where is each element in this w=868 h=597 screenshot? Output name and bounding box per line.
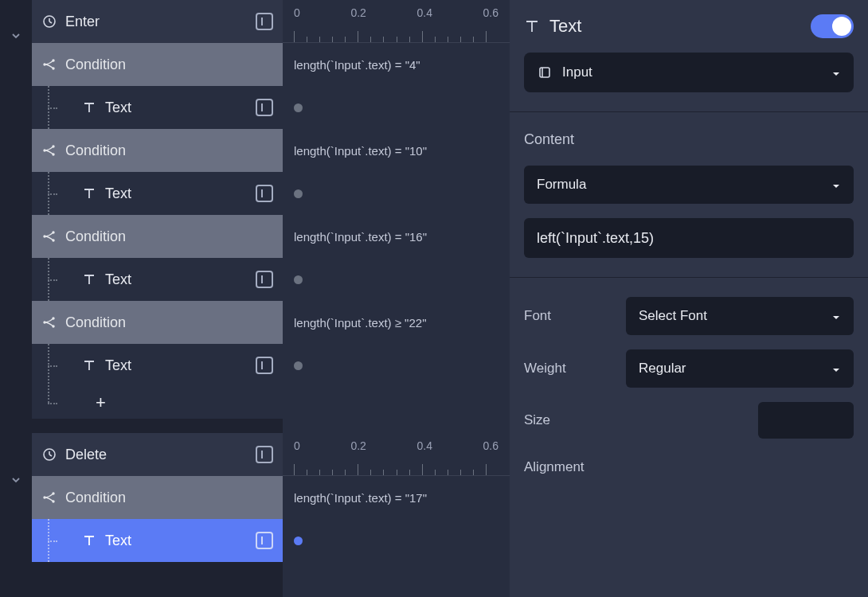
ruler-tick-label: 0.2 [350, 439, 366, 452]
tree-text-row[interactable]: Text [32, 258, 283, 301]
font-label: Font [524, 308, 612, 324]
text-icon [81, 100, 97, 115]
content-type-select[interactable]: Formula [524, 166, 854, 204]
size-input[interactable] [758, 402, 854, 439]
square-button[interactable] [256, 446, 273, 463]
timeline-formula: length(`Input`.text) = "10" [283, 129, 510, 172]
content-formula-input[interactable]: left(`Input`.text,15) [524, 218, 854, 258]
square-button[interactable] [256, 185, 273, 202]
enabled-toggle[interactable] [811, 14, 854, 38]
text-icon [524, 18, 540, 34]
target-select-label: Input [562, 64, 822, 80]
tree-text-row[interactable]: Text [32, 344, 283, 387]
branch-icon [41, 228, 57, 244]
tree-text-label: Text [105, 185, 248, 202]
tree-text-label: Text [105, 357, 248, 374]
text-icon [81, 271, 97, 287]
target-select[interactable]: Input [524, 53, 854, 92]
tree-gutter [0, 0, 32, 597]
square-button[interactable] [256, 271, 273, 288]
text-icon [81, 533, 97, 548]
keyframe-dot[interactable] [294, 275, 303, 284]
alignment-label: Alignment [524, 459, 854, 475]
timeline-ruler[interactable]: 0 0.2 0.4 0.6 [283, 0, 510, 43]
chevron-down-icon [831, 180, 841, 189]
expand-arrow-2[interactable] [0, 458, 32, 501]
tree-indent [41, 258, 73, 301]
tree-header-enter[interactable]: Enter [32, 0, 283, 43]
tree-text-row[interactable]: Text [32, 172, 283, 215]
tree-condition-row[interactable]: Condition [32, 129, 283, 172]
content-section-label: Content [524, 131, 854, 148]
branch-icon [41, 57, 57, 72]
tree-text-row[interactable]: Text [32, 86, 283, 129]
layer-icon [537, 64, 553, 80]
ruler-tick-label: 0 [294, 439, 300, 452]
chevron-down-icon [831, 311, 841, 321]
keyframe-dot[interactable] [294, 103, 303, 112]
square-button[interactable] [256, 99, 273, 116]
ruler-tick-label: 0 [294, 6, 300, 19]
tree-condition-label: Condition [65, 228, 273, 245]
branch-icon [41, 490, 57, 505]
tree-condition-label: Condition [65, 142, 273, 159]
chevron-down-icon [831, 68, 841, 77]
timeline-ruler[interactable]: 0 0.2 0.4 0.6 [283, 433, 510, 476]
font-select-value: Select Font [639, 308, 831, 324]
inspector-title: Text [549, 16, 801, 37]
tree-text-label: Text [105, 271, 248, 288]
content-formula-value: left(`Input`.text,15) [537, 230, 654, 247]
clock-icon [41, 14, 57, 29]
square-button[interactable] [256, 532, 273, 549]
square-button[interactable] [256, 357, 273, 374]
tree-condition-row[interactable]: Condition [32, 476, 283, 519]
text-icon [81, 185, 97, 201]
tree-panel: Enter Condition Text Condition Text [32, 0, 283, 597]
size-label: Size [524, 412, 612, 428]
svg-rect-21 [540, 68, 549, 77]
plus-icon: + [96, 392, 106, 413]
timeline-keyframe[interactable] [283, 519, 510, 562]
expand-arrow-1[interactable] [0, 14, 32, 57]
tree-condition-label: Condition [65, 314, 273, 331]
keyframe-dot[interactable] [294, 361, 303, 370]
ruler-tick-label: 0.6 [483, 6, 499, 19]
svg-line-2 [49, 21, 52, 23]
tree-indent [41, 344, 73, 387]
timeline-keyframe[interactable] [283, 344, 510, 387]
tree-header-delete[interactable]: Delete [32, 433, 283, 476]
weight-label: Weight [524, 361, 612, 377]
font-select[interactable]: Select Font [626, 297, 854, 335]
keyframe-dot-active[interactable] [294, 537, 303, 545]
square-button[interactable] [256, 13, 273, 30]
tree-indent [41, 387, 73, 419]
tree-condition-row[interactable]: Condition [32, 301, 283, 344]
tree-text-row-selected[interactable]: Text [32, 519, 283, 562]
content-type-label: Formula [537, 177, 831, 193]
tree-text-label: Text [105, 533, 248, 549]
tree-text-label: Text [105, 100, 248, 116]
tree-header-label: Delete [65, 447, 248, 463]
tree-condition-label: Condition [65, 57, 273, 73]
inspector-panel: Text Input Content Formula left(`Input`.… [510, 0, 868, 597]
timeline-keyframe[interactable] [283, 258, 510, 301]
timeline-formula: length(`Input`.text) = "4" [283, 43, 510, 86]
timeline-formula: length(`Input`.text) = "17" [283, 476, 510, 519]
keyframe-dot[interactable] [294, 189, 303, 198]
timeline-keyframe[interactable] [283, 86, 510, 129]
branch-icon [41, 142, 57, 158]
tree-add-row[interactable]: + [32, 387, 283, 419]
ruler-tick-label: 0.4 [416, 439, 432, 452]
tree-condition-row[interactable]: Condition [32, 43, 283, 86]
ruler-tick-label: 0.6 [483, 439, 499, 452]
weight-select[interactable]: Regular [626, 349, 854, 388]
timeline-keyframe[interactable] [283, 172, 510, 215]
timeline-empty [283, 387, 510, 419]
tree-condition-row[interactable]: Condition [32, 215, 283, 258]
text-icon [81, 357, 97, 373]
tree-condition-label: Condition [65, 490, 273, 506]
svg-line-17 [49, 455, 52, 456]
weight-select-value: Regular [639, 361, 831, 377]
tree-header-label: Enter [65, 14, 248, 30]
tree-indent [41, 172, 73, 215]
